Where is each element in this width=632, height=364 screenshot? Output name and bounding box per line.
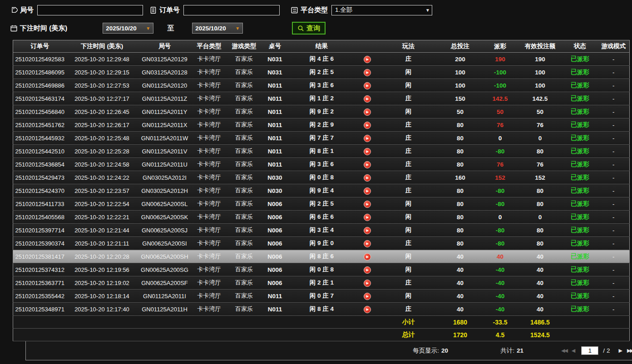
replay-icon[interactable]: ▶ <box>364 82 371 89</box>
total-count-label: 共计: <box>500 347 514 354</box>
cell-game-type: 百家乐 <box>227 92 262 105</box>
cell-order-no: 251020125451762 <box>13 118 67 132</box>
cell-game-mode: - <box>598 66 630 79</box>
cell-result: 闲 8 庄 1 <box>288 145 356 158</box>
cell-game-type: 百家乐 <box>227 171 262 184</box>
replay-icon[interactable]: ▶ <box>364 306 371 313</box>
replay-icon[interactable]: ▶ <box>364 201 371 208</box>
cell-game-mode: - <box>598 184 630 197</box>
subtotal-label: 小计 <box>379 316 438 329</box>
table-row[interactable]: 2510201254294732025-10-20 12:24:22GN0302… <box>13 171 630 184</box>
cell-table-no: N011 <box>262 105 288 118</box>
table-row[interactable]: 2510201253489712025-10-20 12:17:40GN0112… <box>13 303 630 316</box>
cell-order-no: 251020125411733 <box>13 197 67 211</box>
table-row[interactable]: 2510201254517622025-10-20 12:26:17GN0112… <box>13 118 630 132</box>
subtotal-spacer <box>13 316 379 329</box>
cell-game-type: 百家乐 <box>227 276 262 290</box>
pagination-controls: ◀◀ ◀ / 2 ▶ ▶▶ <box>559 346 632 355</box>
cell-play-type: 庄 <box>379 92 438 105</box>
table-row[interactable]: 2510201254425102025-10-20 12:25:28GN0112… <box>13 145 630 158</box>
replay-icon[interactable]: ▶ <box>364 56 371 63</box>
table-row[interactable]: 2510201253554422025-10-20 12:18:14GN0112… <box>13 290 630 303</box>
table-row[interactable]: 2510201253743122025-10-20 12:19:56GN0062… <box>13 263 630 276</box>
cell-payout: 50 <box>483 105 518 118</box>
page-number-input[interactable] <box>581 346 598 355</box>
cell-status: 已派彩 <box>563 303 598 316</box>
table-row[interactable]: 2510201254860952025-10-20 12:29:15GN0312… <box>13 66 630 79</box>
col-game-no: 局号 <box>138 40 192 53</box>
replay-icon[interactable]: ▶ <box>364 148 371 155</box>
replay-icon[interactable]: ▶ <box>364 174 371 182</box>
cell-result: 闲 0 庄 8 <box>288 171 356 184</box>
cell-result: 闲 2 庄 5 <box>288 66 356 79</box>
document-icon <box>149 6 157 14</box>
replay-icon[interactable]: ▶ <box>364 122 371 129</box>
replay-icon[interactable]: ▶ <box>364 240 371 247</box>
cell-platform: 卡卡湾厅 <box>192 158 227 171</box>
replay-icon[interactable]: ▶ <box>364 187 371 195</box>
cell-bet-time: 2025-10-20 12:21:44 <box>67 224 138 237</box>
cell-valid-bet: 40 <box>518 276 563 290</box>
table-row[interactable]: 2510201254117332025-10-20 12:22:54GN0062… <box>13 197 630 211</box>
game-no-input[interactable] <box>37 5 143 15</box>
table-row[interactable]: 2510201254243702025-10-20 12:23:57GN0302… <box>13 184 630 197</box>
table-row[interactable]: 2510201253637712025-10-20 12:19:02GN0062… <box>13 276 630 290</box>
table-row[interactable]: 2510201254459322025-10-20 12:25:48GN0112… <box>13 132 630 145</box>
cell-total-bet: 100 <box>438 79 483 92</box>
game-no-label: 局号 <box>20 6 34 15</box>
replay-icon[interactable]: ▶ <box>364 161 371 168</box>
table-row[interactable]: 2510201254631742025-10-20 12:27:17GN0112… <box>13 92 630 105</box>
next-page-button[interactable]: ▶ <box>617 348 625 354</box>
table-row[interactable]: 2510201253903742025-10-20 12:21:11GN0062… <box>13 237 630 250</box>
list-icon <box>291 6 298 14</box>
replay-icon[interactable]: ▶ <box>364 135 371 142</box>
table-row[interactable]: 2510201254368542025-10-20 12:24:58GN0112… <box>13 158 630 171</box>
replay-icon[interactable]: ▶ <box>364 280 371 287</box>
cell-payout: -80 <box>483 145 518 158</box>
cell-bet-time: 2025-10-20 12:20:28 <box>67 250 138 263</box>
last-page-button[interactable]: ▶▶ <box>625 348 632 354</box>
cell-payout: -40 <box>483 290 518 303</box>
replay-icon[interactable]: ▶ <box>364 293 371 300</box>
cell-platform: 卡卡湾厅 <box>192 145 227 158</box>
replay-icon[interactable]: ▶ <box>364 227 371 234</box>
cell-replay: ▶ <box>356 197 379 211</box>
table-row[interactable]: 2510201254055682025-10-20 12:22:21GN0062… <box>13 211 630 224</box>
order-no-input[interactable] <box>183 5 280 15</box>
cell-payout: 76 <box>483 158 518 171</box>
total-spacer-right <box>563 329 630 341</box>
cell-platform: 卡卡湾厅 <box>192 92 227 105</box>
query-button[interactable]: 查询 <box>292 22 326 34</box>
cell-play-type: 庄 <box>379 171 438 184</box>
cell-game-no: GN00625A200SG <box>138 263 192 276</box>
date-from-picker[interactable]: 2025/10/20 ▼ <box>103 23 153 34</box>
platform-type-select[interactable]: 1.全部 ▼ <box>331 5 432 15</box>
cell-play-type: 庄 <box>379 303 438 316</box>
table-row[interactable]: 2510201253977142025-10-20 12:21:44GN0062… <box>13 224 630 237</box>
table-row[interactable]: 2510201254568402025-10-20 12:26:45GN0112… <box>13 105 630 118</box>
replay-icon[interactable]: ▶ <box>364 108 371 116</box>
replay-icon[interactable]: ▶ <box>364 214 371 221</box>
date-to-picker[interactable]: 2025/10/20 ▼ <box>192 23 243 34</box>
replay-icon[interactable]: ▶ <box>364 266 371 274</box>
col-bet-time: 下注时间 (美东) <box>67 40 138 53</box>
cell-status: 已派彩 <box>563 118 598 132</box>
cell-result: 闲 9 庄 4 <box>288 184 356 197</box>
replay-icon[interactable]: ▶ <box>364 69 371 76</box>
table-footer: 小计 1680 -33.5 1486.5 总计 1720 4.5 1524.5 <box>13 316 630 341</box>
cell-bet-time: 2025-10-20 12:27:53 <box>67 79 138 92</box>
replay-icon[interactable]: ▶ <box>364 95 371 103</box>
table-row[interactable]: 2510201254698862025-10-20 12:27:53GN0112… <box>13 79 630 92</box>
table-row[interactable]: 2510201253814172025-10-20 12:20:28GN0062… <box>13 250 630 263</box>
cell-status: 已派彩 <box>563 105 598 118</box>
cell-result: 闲 0 庄 8 <box>288 263 356 276</box>
cell-game-mode: - <box>598 105 630 118</box>
filter-row-bottom: 下注时间 (美东) 2025/10/20 ▼ 至 2025/10/20 ▼ 查询 <box>10 22 632 34</box>
table-row[interactable]: 2510201254925832025-10-20 12:29:48GN0312… <box>13 53 630 66</box>
prev-page-button[interactable]: ◀ <box>569 348 578 354</box>
cell-total-bet: 80 <box>438 237 483 250</box>
calendar-icon <box>10 25 18 32</box>
first-page-button[interactable]: ◀◀ <box>559 348 569 354</box>
cell-game-mode: - <box>598 118 630 132</box>
replay-icon[interactable]: ▶ <box>364 253 371 261</box>
